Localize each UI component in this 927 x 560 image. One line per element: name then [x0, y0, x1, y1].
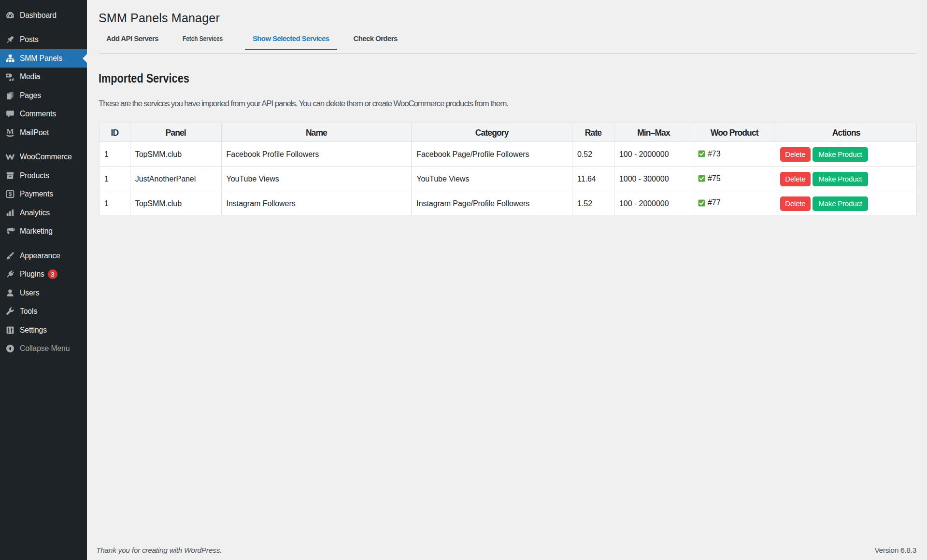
svg-text:M: M: [6, 128, 14, 136]
svg-text:$: $: [9, 191, 12, 198]
